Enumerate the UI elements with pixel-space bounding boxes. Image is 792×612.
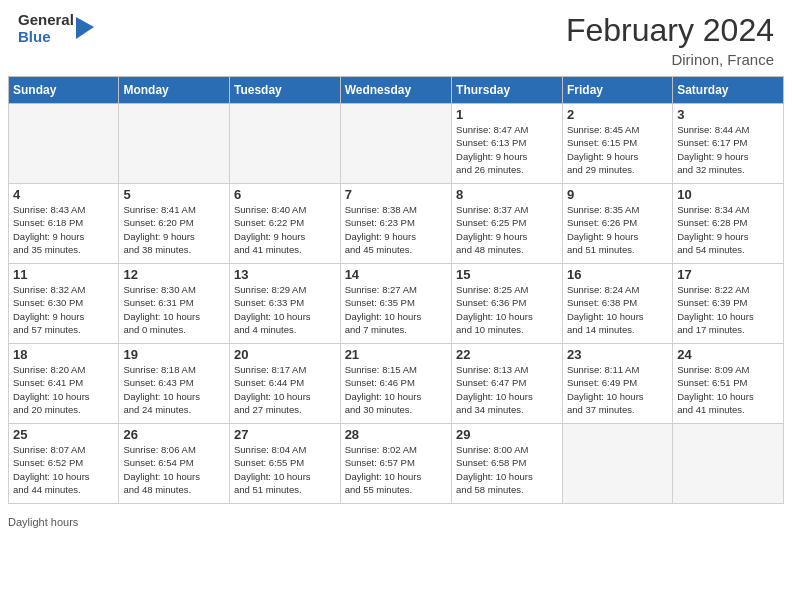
day-number: 9 bbox=[567, 187, 668, 202]
table-row bbox=[9, 104, 119, 184]
col-sunday: Sunday bbox=[9, 77, 119, 104]
table-row: 2Sunrise: 8:45 AM Sunset: 6:15 PM Daylig… bbox=[562, 104, 672, 184]
day-number: 6 bbox=[234, 187, 336, 202]
day-info: Sunrise: 8:04 AM Sunset: 6:55 PM Dayligh… bbox=[234, 443, 336, 496]
day-number: 7 bbox=[345, 187, 447, 202]
table-row: 15Sunrise: 8:25 AM Sunset: 6:36 PM Dayli… bbox=[452, 264, 563, 344]
day-info: Sunrise: 8:18 AM Sunset: 6:43 PM Dayligh… bbox=[123, 363, 225, 416]
day-number: 12 bbox=[123, 267, 225, 282]
day-info: Sunrise: 8:15 AM Sunset: 6:46 PM Dayligh… bbox=[345, 363, 447, 416]
col-wednesday: Wednesday bbox=[340, 77, 451, 104]
table-row bbox=[230, 104, 341, 184]
col-tuesday: Tuesday bbox=[230, 77, 341, 104]
day-info: Sunrise: 8:25 AM Sunset: 6:36 PM Dayligh… bbox=[456, 283, 558, 336]
col-saturday: Saturday bbox=[673, 77, 784, 104]
calendar-week-1: 1Sunrise: 8:47 AM Sunset: 6:13 PM Daylig… bbox=[9, 104, 784, 184]
table-row: 21Sunrise: 8:15 AM Sunset: 6:46 PM Dayli… bbox=[340, 344, 451, 424]
table-row bbox=[562, 424, 672, 504]
day-number: 1 bbox=[456, 107, 558, 122]
day-info: Sunrise: 8:37 AM Sunset: 6:25 PM Dayligh… bbox=[456, 203, 558, 256]
day-info: Sunrise: 8:17 AM Sunset: 6:44 PM Dayligh… bbox=[234, 363, 336, 416]
day-info: Sunrise: 8:30 AM Sunset: 6:31 PM Dayligh… bbox=[123, 283, 225, 336]
table-row: 23Sunrise: 8:11 AM Sunset: 6:49 PM Dayli… bbox=[562, 344, 672, 424]
calendar-week-3: 11Sunrise: 8:32 AM Sunset: 6:30 PM Dayli… bbox=[9, 264, 784, 344]
day-info: Sunrise: 8:44 AM Sunset: 6:17 PM Dayligh… bbox=[677, 123, 779, 176]
day-info: Sunrise: 8:24 AM Sunset: 6:38 PM Dayligh… bbox=[567, 283, 668, 336]
table-row: 13Sunrise: 8:29 AM Sunset: 6:33 PM Dayli… bbox=[230, 264, 341, 344]
table-row: 4Sunrise: 8:43 AM Sunset: 6:18 PM Daylig… bbox=[9, 184, 119, 264]
day-number: 15 bbox=[456, 267, 558, 282]
day-info: Sunrise: 8:29 AM Sunset: 6:33 PM Dayligh… bbox=[234, 283, 336, 336]
table-row: 27Sunrise: 8:04 AM Sunset: 6:55 PM Dayli… bbox=[230, 424, 341, 504]
day-number: 4 bbox=[13, 187, 114, 202]
day-info: Sunrise: 8:43 AM Sunset: 6:18 PM Dayligh… bbox=[13, 203, 114, 256]
table-row: 7Sunrise: 8:38 AM Sunset: 6:23 PM Daylig… bbox=[340, 184, 451, 264]
day-number: 13 bbox=[234, 267, 336, 282]
table-row: 10Sunrise: 8:34 AM Sunset: 6:28 PM Dayli… bbox=[673, 184, 784, 264]
table-row: 17Sunrise: 8:22 AM Sunset: 6:39 PM Dayli… bbox=[673, 264, 784, 344]
table-row: 5Sunrise: 8:41 AM Sunset: 6:20 PM Daylig… bbox=[119, 184, 230, 264]
table-row bbox=[340, 104, 451, 184]
table-row: 20Sunrise: 8:17 AM Sunset: 6:44 PM Dayli… bbox=[230, 344, 341, 424]
table-row bbox=[673, 424, 784, 504]
legend: Daylight hours bbox=[0, 512, 792, 532]
day-number: 25 bbox=[13, 427, 114, 442]
table-row: 3Sunrise: 8:44 AM Sunset: 6:17 PM Daylig… bbox=[673, 104, 784, 184]
table-row: 25Sunrise: 8:07 AM Sunset: 6:52 PM Dayli… bbox=[9, 424, 119, 504]
calendar-table: Sunday Monday Tuesday Wednesday Thursday… bbox=[8, 76, 784, 504]
table-row: 16Sunrise: 8:24 AM Sunset: 6:38 PM Dayli… bbox=[562, 264, 672, 344]
day-info: Sunrise: 8:06 AM Sunset: 6:54 PM Dayligh… bbox=[123, 443, 225, 496]
day-info: Sunrise: 8:32 AM Sunset: 6:30 PM Dayligh… bbox=[13, 283, 114, 336]
table-row: 14Sunrise: 8:27 AM Sunset: 6:35 PM Dayli… bbox=[340, 264, 451, 344]
day-info: Sunrise: 8:11 AM Sunset: 6:49 PM Dayligh… bbox=[567, 363, 668, 416]
day-number: 17 bbox=[677, 267, 779, 282]
calendar-week-4: 18Sunrise: 8:20 AM Sunset: 6:41 PM Dayli… bbox=[9, 344, 784, 424]
svg-marker-0 bbox=[76, 17, 94, 39]
table-row: 1Sunrise: 8:47 AM Sunset: 6:13 PM Daylig… bbox=[452, 104, 563, 184]
table-row: 29Sunrise: 8:00 AM Sunset: 6:58 PM Dayli… bbox=[452, 424, 563, 504]
day-number: 23 bbox=[567, 347, 668, 362]
calendar-wrapper: Sunday Monday Tuesday Wednesday Thursday… bbox=[0, 76, 792, 512]
logo-general-text: General bbox=[18, 12, 74, 29]
calendar-week-2: 4Sunrise: 8:43 AM Sunset: 6:18 PM Daylig… bbox=[9, 184, 784, 264]
day-info: Sunrise: 8:40 AM Sunset: 6:22 PM Dayligh… bbox=[234, 203, 336, 256]
day-info: Sunrise: 8:09 AM Sunset: 6:51 PM Dayligh… bbox=[677, 363, 779, 416]
table-row: 9Sunrise: 8:35 AM Sunset: 6:26 PM Daylig… bbox=[562, 184, 672, 264]
table-row: 6Sunrise: 8:40 AM Sunset: 6:22 PM Daylig… bbox=[230, 184, 341, 264]
day-info: Sunrise: 8:02 AM Sunset: 6:57 PM Dayligh… bbox=[345, 443, 447, 496]
day-info: Sunrise: 8:45 AM Sunset: 6:15 PM Dayligh… bbox=[567, 123, 668, 176]
day-number: 3 bbox=[677, 107, 779, 122]
page-title: February 2024 bbox=[566, 12, 774, 49]
day-number: 22 bbox=[456, 347, 558, 362]
day-number: 29 bbox=[456, 427, 558, 442]
calendar-week-5: 25Sunrise: 8:07 AM Sunset: 6:52 PM Dayli… bbox=[9, 424, 784, 504]
day-number: 11 bbox=[13, 267, 114, 282]
table-row: 22Sunrise: 8:13 AM Sunset: 6:47 PM Dayli… bbox=[452, 344, 563, 424]
table-row: 11Sunrise: 8:32 AM Sunset: 6:30 PM Dayli… bbox=[9, 264, 119, 344]
day-info: Sunrise: 8:13 AM Sunset: 6:47 PM Dayligh… bbox=[456, 363, 558, 416]
page-subtitle: Dirinon, France bbox=[566, 51, 774, 68]
day-number: 24 bbox=[677, 347, 779, 362]
col-friday: Friday bbox=[562, 77, 672, 104]
day-info: Sunrise: 8:00 AM Sunset: 6:58 PM Dayligh… bbox=[456, 443, 558, 496]
calendar-body: 1Sunrise: 8:47 AM Sunset: 6:13 PM Daylig… bbox=[9, 104, 784, 504]
day-info: Sunrise: 8:41 AM Sunset: 6:20 PM Dayligh… bbox=[123, 203, 225, 256]
day-info: Sunrise: 8:38 AM Sunset: 6:23 PM Dayligh… bbox=[345, 203, 447, 256]
day-number: 20 bbox=[234, 347, 336, 362]
day-number: 21 bbox=[345, 347, 447, 362]
col-monday: Monday bbox=[119, 77, 230, 104]
day-number: 27 bbox=[234, 427, 336, 442]
calendar-header: Sunday Monday Tuesday Wednesday Thursday… bbox=[9, 77, 784, 104]
day-number: 28 bbox=[345, 427, 447, 442]
day-info: Sunrise: 8:20 AM Sunset: 6:41 PM Dayligh… bbox=[13, 363, 114, 416]
table-row bbox=[119, 104, 230, 184]
day-number: 14 bbox=[345, 267, 447, 282]
col-thursday: Thursday bbox=[452, 77, 563, 104]
day-info: Sunrise: 8:34 AM Sunset: 6:28 PM Dayligh… bbox=[677, 203, 779, 256]
table-row: 24Sunrise: 8:09 AM Sunset: 6:51 PM Dayli… bbox=[673, 344, 784, 424]
logo-blue-text: Blue bbox=[18, 29, 74, 46]
day-number: 16 bbox=[567, 267, 668, 282]
day-info: Sunrise: 8:35 AM Sunset: 6:26 PM Dayligh… bbox=[567, 203, 668, 256]
legend-text: Daylight hours bbox=[8, 516, 78, 528]
table-row: 8Sunrise: 8:37 AM Sunset: 6:25 PM Daylig… bbox=[452, 184, 563, 264]
